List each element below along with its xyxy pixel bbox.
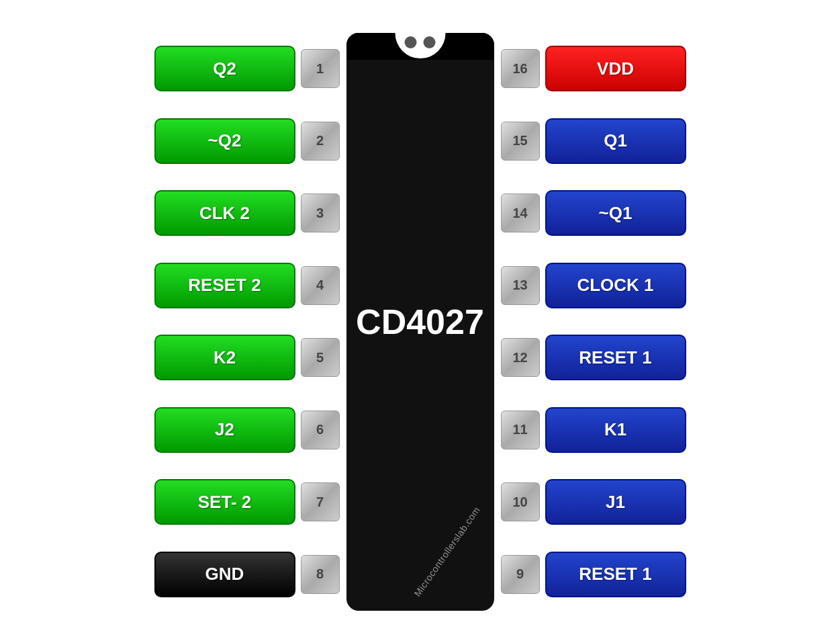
right-pin-connector-16: 16 [501, 49, 540, 88]
right-pin-connector-15: 15 [501, 122, 540, 161]
right-pin-label-14: ~Q1 [545, 190, 686, 236]
right-pin-row-14: 14~Q1 [501, 190, 686, 236]
left-pin-label-2: ~Q2 [154, 118, 295, 164]
ic-top-bar [346, 33, 494, 60]
right-pin-connector-12: 12 [501, 338, 540, 377]
left-pin-row-1: Q21 [154, 46, 340, 91]
left-pin-row-3: CLK 23 [154, 190, 340, 236]
left-pin-connector-2: 2 [301, 122, 340, 161]
diagram-container: Q21~Q22CLK 23RESET 24K25J26SET- 27GND8 C… [51, 33, 790, 611]
left-pin-row-6: J26 [154, 407, 340, 453]
ic-dot-right [424, 36, 436, 48]
left-pin-row-5: K25 [154, 335, 340, 380]
right-pin-label-10: J1 [545, 479, 686, 525]
right-pin-row-10: 10J1 [501, 479, 686, 525]
left-pin-row-8: GND8 [154, 552, 340, 597]
left-pin-label-5: K2 [154, 335, 295, 380]
right-pin-row-11: 11K1 [501, 407, 686, 453]
left-pin-label-1: Q2 [154, 46, 295, 91]
right-pin-label-15: Q1 [545, 118, 686, 164]
left-pin-label-7: SET- 2 [154, 479, 295, 525]
right-pin-connector-9: 9 [501, 555, 540, 594]
left-pin-connector-1: 1 [301, 49, 340, 88]
ic-name: CD4027 [356, 302, 484, 342]
left-pin-label-8: GND [154, 552, 295, 597]
left-pin-row-4: RESET 24 [154, 263, 340, 308]
right-pin-connector-10: 10 [501, 482, 540, 521]
left-pin-label-3: CLK 2 [154, 190, 295, 236]
right-pin-row-16: 16VDD [501, 46, 686, 91]
right-pin-label-9: RESET 1 [545, 552, 686, 597]
left-pin-connector-3: 3 [301, 194, 340, 232]
right-pin-label-16: VDD [545, 46, 686, 91]
right-pin-row-9: 9RESET 1 [501, 552, 686, 597]
right-pin-label-12: RESET 1 [545, 335, 686, 380]
left-pins: Q21~Q22CLK 23RESET 24K25J26SET- 27GND8 [138, 33, 340, 611]
ic-notch-cutout [395, 33, 445, 58]
right-pin-row-12: 12RESET 1 [501, 335, 686, 380]
right-pins: 16VDD15Q114~Q113CLOCK 112RESET 111K110J1… [501, 33, 702, 611]
left-pin-connector-7: 7 [301, 482, 340, 521]
right-pin-label-13: CLOCK 1 [545, 263, 686, 308]
ic-body: CD4027 Microcontrollerslab.com [346, 33, 494, 611]
left-pin-connector-4: 4 [301, 266, 340, 305]
right-pin-row-15: 15Q1 [501, 118, 686, 164]
left-pin-row-7: SET- 27 [154, 479, 340, 525]
right-pin-row-13: 13CLOCK 1 [501, 263, 686, 308]
left-pin-row-2: ~Q22 [154, 118, 340, 164]
left-pin-connector-6: 6 [301, 411, 340, 449]
left-pin-connector-5: 5 [301, 338, 340, 377]
right-pin-connector-13: 13 [501, 266, 540, 305]
ic-watermark: Microcontrollerslab.com [412, 505, 482, 599]
right-pin-connector-11: 11 [501, 411, 540, 449]
left-pin-label-6: J2 [154, 407, 295, 453]
left-pin-connector-8: 8 [301, 555, 340, 594]
left-pin-label-4: RESET 2 [154, 263, 295, 308]
right-pin-connector-14: 14 [501, 194, 540, 232]
ic-dot-left [405, 36, 417, 48]
right-pin-label-11: K1 [545, 407, 686, 453]
